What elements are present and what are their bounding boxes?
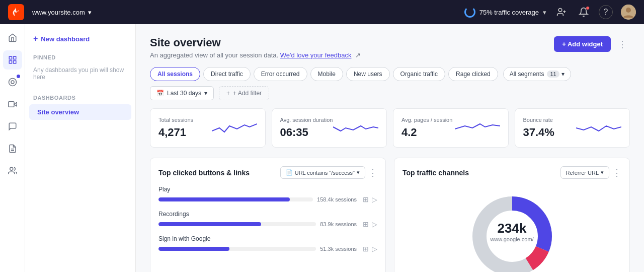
screenshot-icon[interactable]: ⊞: [363, 195, 369, 203]
add-filter-button[interactable]: + + Add filter: [219, 86, 269, 100]
stat-sparkline: [212, 117, 257, 139]
date-range-filter[interactable]: 📅 Last 30 days ▾: [150, 86, 214, 100]
widget-filter-button[interactable]: Referrer URL ▾: [560, 166, 609, 179]
segment-tab-mobile[interactable]: Mobile: [310, 67, 343, 81]
bar-label: Play: [158, 186, 377, 193]
notification-badge: [586, 6, 590, 10]
hotjar-logo[interactable]: [8, 4, 24, 20]
donut-total-value: 234k: [490, 221, 533, 236]
stat-info: Avg. pages / session 4.2: [401, 117, 452, 139]
bar-sessions-count: 83.9k sessions: [320, 221, 357, 227]
filter-label: URL contains "/success": [295, 170, 355, 176]
donut-chart: 234k www.google.com/: [403, 186, 621, 272]
traffic-chevron-icon: ▾: [543, 9, 546, 16]
stat-card-avg-session: Avg. session duration 06:35: [272, 108, 387, 148]
sidebar-panel: + New dashboard Pinned Any dashboards yo…: [25, 24, 135, 272]
bar-actions: ⊞ ▷: [363, 195, 377, 203]
sidebar-icon-recordings[interactable]: [3, 95, 22, 114]
bar-sessions-count: 158.4k sessions: [317, 196, 357, 202]
play-icon[interactable]: ▷: [372, 195, 377, 203]
segment-tab-new-users[interactable]: New users: [346, 67, 390, 81]
stat-label: Total sessions: [158, 117, 193, 123]
new-dashboard-label: New dashboard: [41, 35, 90, 43]
segment-tab-all-sessions[interactable]: All sessions: [150, 67, 200, 81]
more-options-button[interactable]: ⋮: [615, 37, 630, 52]
screenshot-icon[interactable]: ⊞: [363, 220, 369, 228]
add-user-button[interactable]: [554, 5, 569, 19]
svg-point-11: [11, 81, 14, 84]
heatmaps-badge: [17, 75, 20, 78]
bar-item-play: Play 158.4k sessions ⊞ ▷: [158, 186, 377, 203]
site-name: www.yoursite.com: [32, 9, 85, 16]
add-filter-icon: +: [226, 90, 230, 97]
all-segments-label: All segments: [510, 71, 544, 78]
plus-icon: +: [33, 34, 38, 43]
external-link-icon: ↗: [355, 51, 361, 59]
dashboards-section-label: Dashboards: [25, 92, 135, 104]
content-area: Site overview An aggregated view of all …: [136, 24, 644, 272]
sidebar-icon-dashboard[interactable]: [3, 50, 22, 70]
svg-rect-7: [13, 56, 16, 59]
sidebar-icon-strip: [0, 24, 25, 272]
widget-more-button[interactable]: ⋮: [612, 167, 621, 178]
widget-header: Top clicked buttons & links 📄 URL contai…: [158, 166, 377, 179]
sidebar-icon-surveys[interactable]: [3, 139, 22, 158]
svg-marker-12: [14, 102, 17, 106]
bar-row: 51.3k sessions ⊞ ▷: [158, 245, 377, 253]
play-icon[interactable]: ▷: [372, 245, 377, 253]
widget-more-button[interactable]: ⋮: [368, 167, 377, 178]
page-header: Site overview An aggregated view of all …: [150, 36, 630, 59]
segment-tab-rage-clicked[interactable]: Rage clicked: [448, 67, 498, 81]
all-segments-button[interactable]: All segments 11 ▾: [503, 67, 571, 81]
bar-row: 83.9k sessions ⊞ ▷: [158, 220, 377, 228]
traffic-ring-icon: [464, 7, 475, 18]
pinned-section-label: Pinned: [25, 51, 135, 63]
topbar-right: 75% traffic coverage ▾ ?: [464, 5, 636, 20]
site-selector[interactable]: www.yoursite.com ▾: [32, 9, 92, 16]
donut-total-label: www.google.com/: [490, 236, 533, 242]
sidebar: + New dashboard Pinned Any dashboards yo…: [0, 24, 136, 272]
segment-tab-error-occurred[interactable]: Error occurred: [254, 67, 307, 81]
add-widget-button[interactable]: + Add widget: [554, 36, 611, 52]
segment-tab-organic-traffic[interactable]: Organic traffic: [393, 67, 445, 81]
widget-title: Top traffic channels: [403, 169, 469, 177]
stat-label: Bounce rate: [523, 117, 554, 123]
svg-point-5: [626, 8, 631, 13]
screenshot-icon[interactable]: ⊞: [363, 245, 369, 253]
main-area: + New dashboard Pinned Any dashboards yo…: [0, 24, 644, 272]
svg-rect-9: [9, 61, 12, 63]
page-title: Site overview: [150, 36, 361, 49]
stat-value: 06:35: [280, 126, 333, 139]
feedback-link[interactable]: We'd love your feedback: [280, 51, 352, 59]
play-icon[interactable]: ▷: [372, 220, 377, 228]
stat-sparkline: [333, 117, 378, 139]
segment-tab-direct-traffic[interactable]: Direct traffic: [203, 67, 251, 81]
widget-filter-button[interactable]: 📄 URL contains "/success" ▾: [280, 166, 365, 179]
avatar[interactable]: [621, 5, 636, 20]
sidebar-icon-users[interactable]: [3, 161, 22, 180]
traffic-coverage-label: 75% traffic coverage: [479, 9, 539, 16]
bar-fill: [158, 247, 229, 251]
svg-rect-6: [9, 56, 12, 59]
traffic-coverage[interactable]: 75% traffic coverage ▾: [464, 7, 546, 18]
help-button[interactable]: ?: [599, 5, 613, 19]
notifications-button[interactable]: [577, 5, 591, 19]
stat-card-avg-pages: Avg. pages / session 4.2: [393, 108, 509, 148]
stat-card-bounce-rate: Bounce rate 37.4%: [515, 108, 630, 148]
widgets-row: Top clicked buttons & links 📄 URL contai…: [150, 158, 630, 272]
widget-controls: Referrer URL ▾ ⋮: [560, 166, 621, 179]
stat-info: Bounce rate 37.4%: [523, 117, 554, 139]
bar-item-recordings: Recordings 83.9k sessions ⊞ ▷: [158, 211, 377, 228]
stat-value: 37.4%: [523, 126, 554, 139]
sidebar-item-site-overview[interactable]: Site overview: [29, 104, 131, 120]
svg-point-10: [9, 79, 16, 86]
stat-info: Total sessions 4,271: [158, 117, 193, 139]
sidebar-icon-home[interactable]: [3, 28, 22, 47]
new-dashboard-button[interactable]: + New dashboard: [25, 30, 135, 47]
sidebar-icon-feedback[interactable]: [3, 117, 22, 136]
bar-fill: [158, 197, 290, 201]
widget-top-traffic: Top traffic channels Referrer URL ▾ ⋮: [394, 158, 630, 272]
sidebar-icon-heatmaps[interactable]: [3, 73, 22, 92]
header-actions: + Add widget ⋮: [554, 36, 630, 52]
svg-rect-13: [8, 102, 14, 107]
